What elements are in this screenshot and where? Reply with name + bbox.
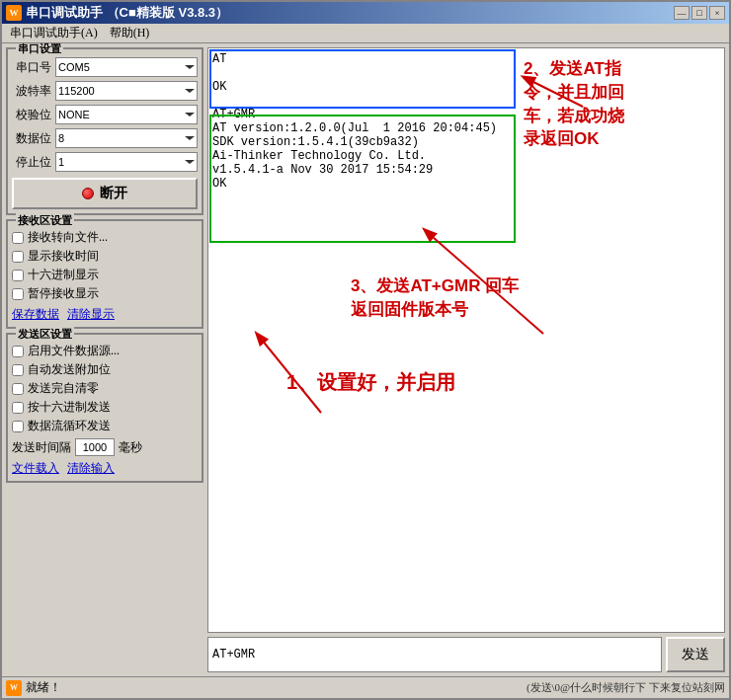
port-label: 串口号 [12,59,51,76]
send-links: 文件载入 清除输入 [12,460,198,477]
databits-select[interactable]: 8 [55,128,198,148]
parity-row: 校验位 NONE [12,105,198,124]
close-button[interactable]: × [709,6,725,20]
send-label-4: 数据流循环发送 [28,418,111,434]
recv-settings-title: 接收区设置 [16,213,74,228]
recv-label-2: 十六进制显示 [28,267,99,283]
send-checkbox-3[interactable] [12,402,24,414]
status-icon: W [6,680,22,696]
recv-option-0: 接收转向文件... [12,229,198,246]
serial-settings-title: 串口设置 [16,43,63,56]
send-label-0: 启用文件数据源... [28,343,120,359]
right-panel: AT OK AT+GMR AT version:1.2.0.0(Jul 1 20… [207,47,725,672]
parity-label: 校验位 [12,107,51,123]
port-select[interactable]: COM5 [55,57,198,77]
title-bar: W 串口调试助手 （C■精装版 V3.8.3） — □ × [2,2,729,24]
port-row: 串口号 COM5 [12,57,198,77]
send-checkbox-2[interactable] [12,383,24,395]
maximize-button[interactable]: □ [691,6,707,20]
send-option-0: 启用文件数据源... [12,343,198,359]
databits-row: 数据位 8 [12,128,198,148]
baud-label: 波特率 [12,83,51,100]
main-window: W 串口调试助手 （C■精装版 V3.8.3） — □ × 串口调试助手(A) … [0,0,731,700]
send-checkbox-4[interactable] [12,421,24,432]
interval-input[interactable]: 1000 [75,438,115,456]
serial-settings-group: 串口设置 串口号 COM5 波特率 115200 校验位 NO [6,47,203,215]
stopbits-label: 停止位 [12,154,51,171]
send-option-3: 按十六进制发送 [12,399,198,416]
recv-label-1: 显示接收时间 [28,248,99,265]
send-option-4: 数据流循环发送 [12,418,198,434]
send-area: 发送 [207,637,725,672]
receive-display[interactable]: AT OK AT+GMR AT version:1.2.0.0(Jul 1 20… [207,47,725,633]
left-panel: 串口设置 串口号 COM5 波特率 115200 校验位 NO [6,47,203,672]
recv-label-3: 暂停接收显示 [28,285,99,302]
recv-option-3: 暂停接收显示 [12,285,198,302]
send-settings-title: 发送区设置 [16,327,74,342]
status-text: 就绪！ [26,679,523,696]
title-buttons: — □ × [674,6,725,20]
send-button[interactable]: 发送 [666,637,725,672]
recv-links: 保存数据 清除显示 [12,306,198,323]
parity-select[interactable]: NONE [55,105,198,124]
databits-label: 数据位 [12,130,51,147]
window-title: 串口调试助手 （C■精装版 V3.8.3） [26,4,228,22]
clear-input-button[interactable]: 清除输入 [67,460,115,477]
minimize-button[interactable]: — [674,6,690,20]
send-input[interactable] [207,637,662,672]
recv-checkbox-1[interactable] [12,251,24,263]
recv-settings-group: 接收区设置 接收转向文件... 显示接收时间 十六进制显示 暂停接收显示 [6,219,203,329]
send-checkbox-1[interactable] [12,364,24,376]
connect-button-label: 断开 [100,185,127,202]
send-label-2: 发送完自清零 [28,380,99,397]
interval-unit: 毫秒 [119,439,142,456]
recv-option-2: 十六进制显示 [12,267,198,283]
stopbits-row: 停止位 1 [12,152,198,172]
recv-label-0: 接收转向文件... [28,229,108,246]
menu-item-serial[interactable]: 串口调试助手(A) [4,23,104,43]
app-icon: W [6,5,22,21]
load-file-button[interactable]: 文件载入 [12,460,59,477]
clear-display-button[interactable]: 清除显示 [67,306,115,323]
send-option-1: 自动发送附加位 [12,361,198,378]
send-label-1: 自动发送附加位 [28,361,111,378]
recv-checkbox-3[interactable] [12,288,24,300]
send-checkbox-0[interactable] [12,346,24,357]
recv-option-1: 显示接收时间 [12,248,198,265]
send-interval-row: 发送时间隔 1000 毫秒 [12,438,198,456]
title-bar-left: W 串口调试助手 （C■精装版 V3.8.3） [6,4,228,22]
send-settings-group: 发送区设置 启用文件数据源... 自动发送附加位 发送完自清零 按十六进制发送 [6,333,203,483]
recv-checkbox-0[interactable] [12,232,24,244]
menu-bar: 串口调试助手(A) 帮助(H) [2,24,729,43]
receive-display-wrapper: AT OK AT+GMR AT version:1.2.0.0(Jul 1 20… [207,47,725,633]
status-bar: W 就绪！ (发送\0@什么时候朝行下 下来复位站刻网 [2,676,729,698]
send-option-2: 发送完自清零 [12,380,198,397]
baud-row: 波特率 115200 [12,81,198,101]
baud-select[interactable]: 115200 [55,81,198,101]
status-right-text: (发送\0@什么时候朝行下 下来复位站刻网 [527,680,725,695]
status-indicator [82,188,94,199]
interval-label: 发送时间隔 [12,439,71,456]
menu-item-help[interactable]: 帮助(H) [104,23,156,43]
save-data-button[interactable]: 保存数据 [12,306,59,323]
connect-button[interactable]: 断开 [12,178,198,209]
main-content: 串口设置 串口号 COM5 波特率 115200 校验位 NO [2,43,729,676]
stopbits-select[interactable]: 1 [55,152,198,172]
recv-checkbox-2[interactable] [12,270,24,281]
send-label-3: 按十六进制发送 [28,399,111,416]
